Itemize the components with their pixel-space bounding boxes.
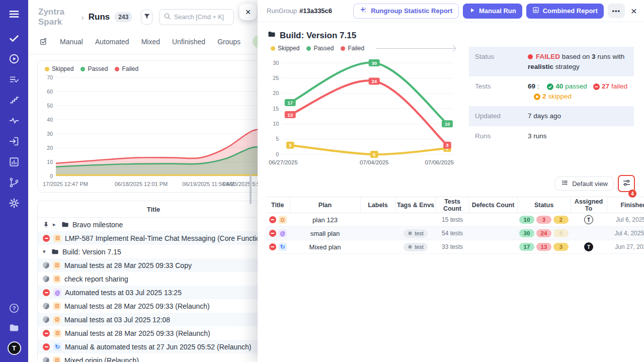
column-header[interactable]: Defects Count — [469, 197, 517, 213]
tab-unfinished[interactable]: Unfinished — [172, 38, 205, 46]
search-box[interactable] — [159, 9, 234, 25]
table-row[interactable]: @small plantest54 tests30240Jul 4, 2025 … — [266, 227, 644, 240]
status-pill: 17 — [519, 243, 534, 251]
status-pill: 3 — [536, 216, 551, 224]
tags-cell: test — [395, 240, 436, 254]
tag-pill[interactable]: test — [404, 243, 428, 251]
list-item[interactable]: check report sharing — [38, 272, 258, 286]
rungroup-panel: RunGroup #13a335c6 Rungroup Statistic Re… — [258, 0, 644, 362]
tag-pill[interactable]: test — [404, 229, 428, 238]
run-title: Mixed origin (Relaunch) — [64, 356, 139, 362]
sidebar-bottom: ? T — [8, 302, 21, 362]
table-toolbar: Default view 4 — [258, 169, 644, 196]
column-header[interactable]: Status — [517, 197, 571, 213]
caret-right-icon[interactable]: ▸ — [53, 221, 58, 228]
column-header[interactable]: Finished At — [607, 197, 644, 213]
svg-text:17/2025 12:47 PM: 17/2025 12:47 PM — [43, 181, 88, 187]
tab-manual[interactable]: Manual — [60, 38, 83, 46]
list-item[interactable]: Manual tests at 28 Mar 2025 09:33 Copy — [38, 258, 258, 272]
run-title: Manual tests at 28 Mar 2025 09:33 (Relau… — [65, 329, 210, 337]
play-circle-icon[interactable] — [8, 53, 20, 65]
detail-row-updated: Updated 7 days ago — [469, 106, 634, 126]
list-item[interactable]: Manual tests at 03 Jul 2025 12:08 — [38, 313, 258, 326]
run-title: check report sharing — [64, 275, 128, 283]
list-item[interactable]: Manual tests at 28 Mar 2025 09:33 (Relau… — [38, 299, 258, 313]
list-item[interactable]: LMP-587 Implement Real-Time Chat Messagi… — [38, 231, 258, 245]
list-item[interactable]: @Automated tests at 03 Jul 2025 13:25 — [38, 286, 258, 299]
default-view-button[interactable]: Default view — [555, 176, 614, 191]
table-row[interactable]: ↻Mixed plantest33 tests17133TJun 27, 202… — [266, 240, 644, 254]
folder-icon — [268, 30, 276, 41]
combined-report-button[interactable]: Combined Report — [526, 4, 604, 19]
status-cell: 17133 — [517, 240, 571, 254]
passed-legend-dot — [306, 46, 311, 51]
funnel-icon — [143, 13, 151, 22]
svg-text:5: 5 — [276, 136, 279, 142]
activity-icon[interactable] — [8, 115, 20, 127]
filter-button[interactable] — [141, 10, 152, 25]
assignee-avatar[interactable]: T — [584, 215, 593, 224]
select-runs-icon[interactable] — [39, 37, 48, 46]
group-trend-chart-box: Skipped Passed Failed 051015202530302132… — [268, 45, 458, 169]
help-icon[interactable]: ? — [8, 302, 20, 314]
runs-page: Zyntra Spark › Runs 243 × ManualAutomate… — [28, 0, 258, 362]
tab-mixed[interactable]: Mixed — [141, 38, 160, 46]
list-item[interactable]: ▸Bravo milestone — [38, 218, 258, 231]
legend-label: Skipped — [278, 45, 299, 52]
workspace-pill[interactable]: test work — [253, 35, 258, 48]
close-panel-button[interactable]: × — [631, 5, 637, 17]
more-actions-button[interactable]: ••• — [608, 4, 625, 18]
list-item[interactable]: ▾Build: Version 7.15 — [38, 245, 258, 258]
rungroup-statistic-report-button[interactable]: Rungroup Statistic Report — [353, 4, 459, 19]
manual-run-icon — [53, 356, 61, 362]
list-item[interactable]: ↻Manual & automated tests at 27 Jun 2025… — [38, 340, 258, 353]
list-header-title[interactable]: Title — [38, 201, 258, 218]
user-avatar[interactable]: T — [8, 341, 21, 355]
tab-automated[interactable]: Automated — [95, 38, 129, 46]
mixed-run-icon: ↻ — [53, 343, 61, 351]
import-icon[interactable] — [8, 135, 20, 147]
status-pill: 24 — [536, 229, 551, 237]
manual-run-button[interactable]: Manual Run — [463, 4, 522, 19]
manual-run-icon — [53, 234, 61, 242]
point-label: 10 — [442, 120, 453, 127]
steps-icon[interactable] — [8, 94, 20, 106]
table-row[interactable]: plan 12315 tests1032TJul 6, 2025 7:40 — [266, 213, 644, 227]
svg-text:0: 0 — [276, 151, 279, 157]
search-input[interactable] — [174, 14, 229, 21]
column-header[interactable]: Tests Count — [436, 197, 469, 213]
assignee-avatar[interactable]: T — [584, 242, 593, 251]
check-icon[interactable] — [8, 32, 20, 44]
column-settings-button[interactable] — [620, 177, 633, 190]
page-scrollbar[interactable] — [250, 175, 252, 204]
list-item[interactable]: Manual tests at 28 Mar 2025 09:33 (Relau… — [38, 326, 258, 340]
runs-tabs: ManualAutomatedMixedUnfinishedGroups tes… — [28, 35, 258, 54]
svg-text:10: 10 — [47, 159, 53, 165]
column-header[interactable]: Plan — [290, 197, 360, 213]
caret-down-icon[interactable]: ▾ — [43, 248, 48, 255]
rungroup-details: Status FAILED based on 3 runs with reali… — [469, 47, 634, 169]
menu-icon[interactable] — [8, 8, 20, 20]
run-title: Manual & automated tests at 27 Jun 2025 … — [65, 343, 251, 351]
column-header[interactable]: Assigned To — [571, 197, 607, 213]
breadcrumb-project[interactable]: Zyntra Spark — [38, 7, 77, 27]
status-pill: 13 — [536, 243, 551, 251]
tags-cell — [395, 213, 436, 227]
panel-edge-close-button[interactable]: × — [239, 4, 257, 20]
column-header[interactable]: Title — [266, 197, 290, 213]
list-item[interactable]: Mixed origin (Relaunch) — [38, 353, 258, 362]
passed-legend-dot — [80, 67, 85, 71]
checklist-icon[interactable] — [8, 73, 20, 85]
tab-groups[interactable]: Groups — [217, 38, 240, 46]
column-header[interactable]: Tags & Envs — [395, 197, 436, 213]
gear-icon[interactable] — [8, 197, 20, 209]
neutral-status-icon — [43, 357, 49, 362]
bar-chart-icon[interactable] — [8, 156, 20, 168]
svg-text:30: 30 — [371, 60, 377, 66]
column-header[interactable]: Labels — [360, 197, 395, 213]
folder-icon — [51, 248, 59, 255]
svg-text:20: 20 — [47, 145, 53, 151]
git-branch-icon[interactable] — [8, 176, 20, 189]
finished-at-cell: Jul 4, 2025 11:27 — [607, 227, 644, 240]
projects-icon[interactable] — [8, 322, 20, 334]
